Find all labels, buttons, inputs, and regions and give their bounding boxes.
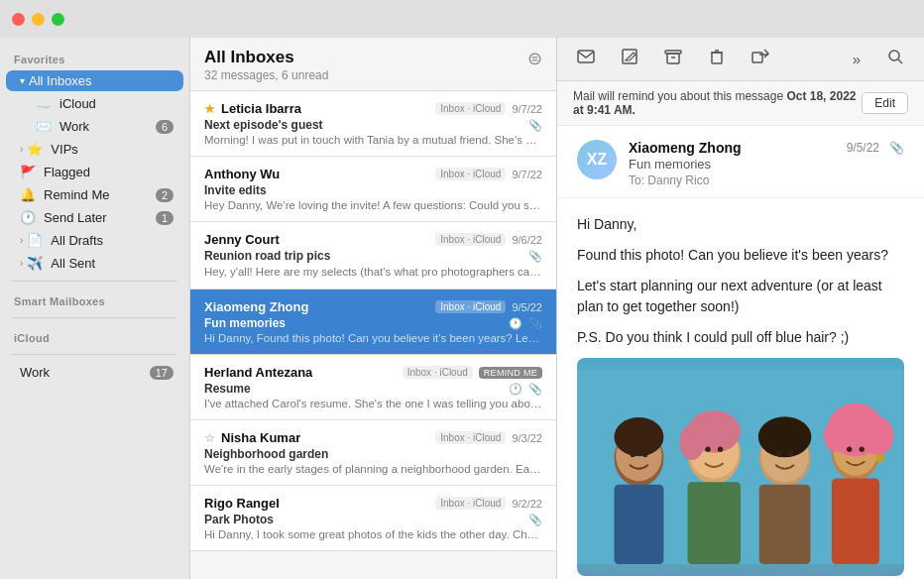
sidebar-item-send-later[interactable]: 🕐 Send Later 1	[6, 207, 183, 228]
attachment-icon: 📎	[528, 383, 542, 396]
maximize-button[interactable]	[52, 13, 64, 26]
sidebar-item-work[interactable]: ✉️ Work 6	[6, 116, 183, 137]
message-item[interactable]: Herland Antezana Inbox · iCloud REMIND M…	[190, 355, 556, 420]
icloud-section-label: iCloud	[0, 324, 189, 348]
sidebar-item-label: All Inboxes	[29, 73, 173, 88]
work-badge: 6	[156, 120, 173, 134]
sidebar: Favorites ▾ All Inboxes ☁️ iCloud ✉️ Wor…	[0, 38, 190, 579]
message-item[interactable]: Anthony Wu Inbox · iCloud 9/7/22 Invite …	[190, 157, 556, 222]
svg-rect-0	[578, 51, 594, 62]
svg-point-29	[705, 446, 710, 451]
traffic-lights	[12, 13, 64, 26]
vips-icon: ⭐	[27, 142, 45, 157]
sidebar-item-all-drafts[interactable]: › 📄 All Drafts	[6, 230, 183, 251]
sidebar-item-all-inboxes[interactable]: ▾ All Inboxes	[6, 70, 183, 91]
message-meta: Inbox · iCloud 9/2/22	[435, 497, 542, 510]
svg-rect-13	[687, 482, 741, 564]
archive-toolbar-icon[interactable]	[660, 44, 686, 74]
remind-outline-icon: 🕐	[509, 383, 522, 396]
message-date: 9/3/22	[512, 432, 542, 444]
message-list-body: ★ Leticia Ibarra Inbox · iCloud 9/7/22 N…	[190, 91, 556, 579]
send-later-badge: 1	[156, 211, 173, 225]
favorites-label: Favorites	[0, 46, 189, 69]
close-button[interactable]	[12, 13, 25, 26]
message-item[interactable]: Rigo Rangel Inbox · iCloud 9/2/22 Park P…	[190, 486, 556, 551]
sidebar-item-flagged[interactable]: 🚩 Flagged	[6, 162, 183, 182]
detail-date: 9/5/22	[847, 141, 879, 155]
edit-remind-button[interactable]: Edit	[862, 92, 908, 114]
compose-toolbar-icon[interactable]	[617, 44, 642, 74]
message-sender: ★ Leticia Ibarra	[204, 101, 301, 116]
sidebar-item-work-section[interactable]: Work 17	[6, 362, 183, 383]
chevron-right-icon: ›	[20, 258, 23, 269]
svg-point-33	[847, 446, 852, 451]
message-list-header: All Inboxes 32 messages, 6 unread ⊜	[190, 38, 556, 91]
inbox-label: Inbox · iCloud	[435, 102, 506, 115]
detail-header: XZ Xiaomeng Zhong 9/5/22 📎 Fun memories …	[557, 126, 924, 198]
sidebar-item-label: Work	[20, 365, 150, 380]
detail-from-info: Xiaomeng Zhong 9/5/22 📎 Fun memories To:…	[629, 140, 904, 187]
trash-toolbar-icon[interactable]	[704, 44, 730, 74]
chevron-right-icon: ›	[20, 144, 23, 155]
sidebar-item-label: VIPs	[51, 142, 173, 157]
star-icon: ★	[204, 102, 215, 116]
message-item[interactable]: Jenny Court Inbox · iCloud 9/6/22 Reunio…	[190, 222, 556, 290]
message-item[interactable]: ★ Leticia Ibarra Inbox · iCloud 9/7/22 N…	[190, 91, 556, 157]
avatar: XZ	[577, 140, 617, 179]
sidebar-item-icloud[interactable]: ☁️ iCloud	[6, 93, 183, 114]
body-line-1: Hi Danny,	[577, 214, 904, 235]
minimize-button[interactable]	[32, 13, 45, 26]
smart-mailboxes-label: Smart Mailboxes	[0, 288, 189, 311]
body-line-3: Let's start planning our next adventure …	[577, 276, 904, 317]
chevron-down-icon: ▾	[20, 75, 25, 86]
flag-icon: 🚩	[20, 165, 38, 179]
detail-body: Hi Danny, Found this photo! Can you beli…	[557, 198, 924, 579]
svg-point-11	[614, 417, 663, 456]
detail-from-name: Xiaomeng Zhong	[629, 140, 742, 156]
remind-badge: 2	[156, 188, 173, 202]
mail-toolbar-icon[interactable]	[573, 44, 599, 74]
sidebar-item-all-sent[interactable]: › ✈️ All Sent	[6, 253, 183, 274]
message-preview: Morning! I was put in touch with Tania b…	[204, 134, 542, 146]
message-meta: Inbox · iCloud 9/5/22	[435, 300, 542, 313]
app-body: Favorites ▾ All Inboxes ☁️ iCloud ✉️ Wor…	[0, 38, 924, 579]
message-item-selected[interactable]: Xiaomeng Zhong Inbox · iCloud 9/5/22 Fun…	[190, 290, 556, 355]
message-date: 9/7/22	[512, 169, 542, 180]
detail-pane: » Mail will remind you about this messag…	[557, 38, 924, 579]
message-subject: Resume 🕐 📎	[204, 382, 542, 396]
inbox-label: Inbox · iCloud	[403, 366, 473, 379]
message-date: 9/6/22	[512, 234, 542, 246]
filter-icon[interactable]: ⊜	[527, 48, 542, 69]
inbox-label: Inbox · iCloud	[435, 233, 506, 246]
message-sender: Xiaomeng Zhong	[204, 299, 308, 314]
message-sender: ☆ Nisha Kumar	[204, 430, 300, 445]
message-preview: Hey Danny, We're loving the invite! A fe…	[204, 199, 542, 211]
inbox-label: Inbox · iCloud	[435, 497, 506, 510]
divider	[12, 317, 177, 318]
message-meta: Inbox · iCloud REMIND ME	[403, 366, 542, 379]
work-icon: ✉️	[36, 119, 54, 134]
svg-point-31	[776, 451, 781, 456]
sidebar-item-label: Flagged	[44, 165, 173, 179]
sidebar-item-label: Send Later	[44, 210, 156, 225]
email-photo	[577, 358, 904, 576]
move-toolbar-icon[interactable]	[748, 44, 773, 74]
message-date: 9/2/22	[512, 498, 542, 510]
more-toolbar-icon[interactable]: »	[849, 47, 865, 71]
svg-point-6	[889, 51, 899, 60]
sent-icon: ✈️	[27, 256, 45, 271]
sidebar-item-remind-me[interactable]: 🔔 Remind Me 2	[6, 184, 183, 205]
message-subject: Fun memories 🕐 📎	[204, 316, 542, 330]
sidebar-item-vips[interactable]: › ⭐ VIPs	[6, 139, 183, 160]
sidebar-item-label: All Sent	[51, 256, 173, 271]
search-toolbar-icon[interactable]	[882, 44, 908, 74]
message-item[interactable]: ☆ Nisha Kumar Inbox · iCloud 9/3/22 Neig…	[190, 420, 556, 486]
message-preview: We're in the early stages of planning a …	[204, 463, 542, 475]
message-preview: Hey, y'all! Here are my selects (that's …	[204, 265, 542, 279]
message-meta: Inbox · iCloud 9/7/22	[435, 168, 542, 180]
svg-rect-22	[832, 479, 879, 565]
message-list-subtitle: 32 messages, 6 unread	[204, 68, 328, 82]
message-sender: Herland Antezana	[204, 365, 312, 380]
remind-clock-icon: 🕐	[509, 317, 522, 330]
svg-point-20	[758, 416, 812, 457]
